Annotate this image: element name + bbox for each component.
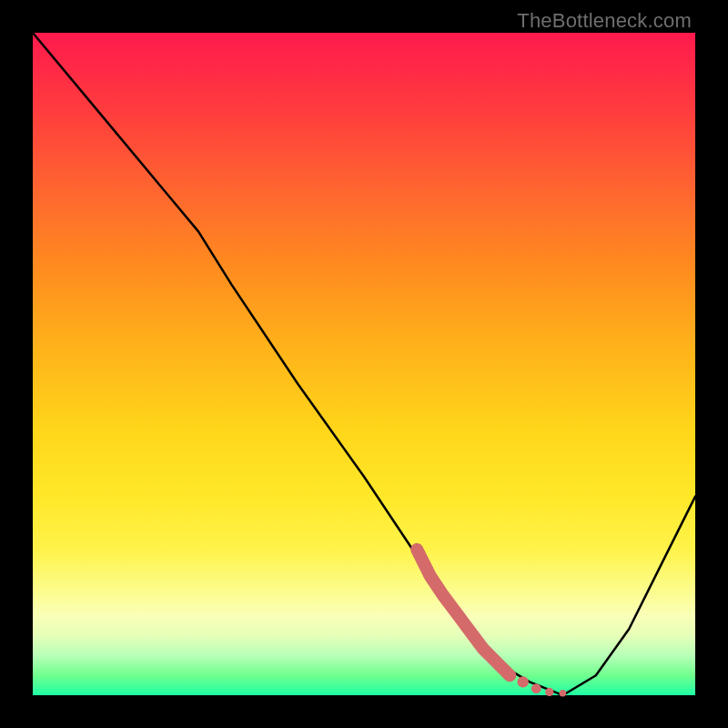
svg-point-3 <box>560 690 567 697</box>
highlight-marker <box>417 550 566 697</box>
chart-frame: TheBottleneck.com <box>0 0 728 728</box>
curve-line <box>33 33 695 695</box>
svg-point-1 <box>531 683 541 693</box>
svg-point-0 <box>518 676 529 687</box>
watermark-text: TheBottleneck.com <box>517 9 692 33</box>
chart-overlay <box>0 0 728 728</box>
svg-point-2 <box>545 688 553 696</box>
